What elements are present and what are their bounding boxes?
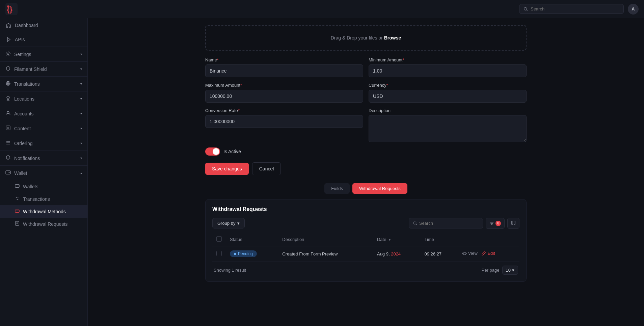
sidebar-header-settings[interactable]: Settings ▾ — [0, 47, 87, 61]
tab-withdrawal-requests[interactable]: Withdrawal Requests — [352, 183, 407, 194]
view-icon — [462, 251, 467, 256]
row-time-cell: 09:26:27 — [420, 246, 458, 262]
row-actions-cell: View Edit — [458, 246, 519, 262]
global-search-bar[interactable] — [519, 4, 624, 14]
withdrawal-requests-icon — [15, 221, 20, 227]
max-amount-input[interactable] — [205, 90, 363, 103]
select-all-checkbox[interactable] — [216, 236, 222, 242]
svg-rect-27 — [514, 221, 515, 225]
group-by-button[interactable]: Group by ▾ — [212, 218, 245, 228]
sidebar-label-notifications: Notifications — [14, 156, 40, 161]
field-currency: Currency* — [369, 83, 527, 103]
global-search-input[interactable] — [531, 6, 619, 11]
description-textarea[interactable] — [369, 115, 527, 142]
wr-table-header-row: Status Description Date ▾ Time — [212, 233, 519, 246]
columns-icon — [511, 220, 516, 225]
is-active-row: Is Active — [205, 147, 527, 156]
withdrawal-methods-label: Withdrawal Methods — [23, 209, 66, 214]
row-checkbox[interactable] — [216, 251, 222, 256]
sidebar-item-dashboard[interactable]: Dashboard — [0, 18, 87, 32]
wr-toolbar: Group by ▾ — [212, 218, 519, 229]
tab-fields[interactable]: Fields — [324, 183, 350, 194]
sidebar-section-notifications: Notifications ▾ — [0, 151, 87, 165]
is-active-label: Is Active — [223, 149, 241, 154]
avatar-button[interactable]: A — [628, 4, 639, 15]
edit-icon — [481, 251, 486, 256]
sidebar-item-transactions[interactable]: Transactions — [0, 193, 87, 205]
form-row-1: Name* Minimum Amount* — [205, 57, 527, 77]
sidebar-section-accounts: Accounts ▾ — [0, 106, 87, 121]
drop-zone[interactable]: Drag & Drop your files or Browse — [205, 25, 527, 51]
col-actions — [458, 233, 519, 246]
svg-line-25 — [416, 224, 417, 225]
locations-chevron: ▾ — [80, 97, 82, 101]
browse-link[interactable]: Browse — [384, 35, 401, 40]
sidebar: Dashboard APIs Settings ▾ — [0, 18, 88, 326]
sidebar-header-accounts[interactable]: Accounts ▾ — [0, 106, 87, 121]
svg-rect-26 — [512, 221, 513, 225]
content-icon — [5, 125, 11, 132]
drop-zone-text: Drag & Drop your files or — [331, 35, 384, 40]
field-name: Name* — [205, 57, 363, 77]
table-row: Pending Created From Form Preview Aug 9,… — [212, 246, 519, 262]
withdrawal-requests-label: Withdrawal Requests — [23, 221, 68, 227]
svg-point-24 — [413, 222, 416, 224]
sidebar-label-translations: Translations — [14, 81, 40, 87]
wr-table: Status Description Date ▾ Time — [212, 233, 519, 262]
logo-icon: {} — [5, 3, 18, 15]
svg-point-2 — [7, 5, 9, 7]
date-sort-icon[interactable]: ▾ — [389, 238, 391, 242]
is-active-toggle[interactable] — [205, 147, 220, 156]
currency-input[interactable] — [369, 90, 527, 103]
translations-icon — [5, 81, 11, 87]
columns-button[interactable] — [507, 218, 519, 229]
sidebar-label-accounts: Accounts — [14, 111, 34, 116]
name-input[interactable] — [205, 64, 363, 77]
form-row-3: Conversion Rate* Description — [205, 108, 527, 142]
sidebar-item-wallets[interactable]: Wallets — [0, 180, 87, 193]
filter-button[interactable]: 0 — [486, 218, 505, 229]
view-button[interactable]: View — [462, 251, 478, 256]
min-amount-input[interactable] — [369, 64, 527, 77]
wr-footer: Showing 1 result Per page 10 ▾ — [212, 262, 519, 275]
group-by-chevron: ▾ — [237, 221, 240, 226]
svg-marker-5 — [7, 37, 10, 42]
sidebar-header-notifications[interactable]: Notifications ▾ — [0, 151, 87, 165]
sidebar-header-content[interactable]: Content ▾ — [0, 121, 87, 136]
wr-search-bar[interactable] — [409, 218, 483, 228]
conversion-rate-input[interactable] — [205, 115, 363, 128]
sidebar-item-withdrawal-requests[interactable]: Withdrawal Requests — [0, 218, 87, 230]
cancel-button[interactable]: Cancel — [252, 162, 281, 175]
tabs-row: Fields Withdrawal Requests — [205, 183, 527, 194]
sidebar-label-wallet: Wallet — [14, 170, 27, 176]
sidebar-header-locations[interactable]: Locations ▾ — [0, 91, 87, 106]
app-body: Dashboard APIs Settings ▾ — [0, 18, 644, 326]
field-conversion-rate: Conversion Rate* — [205, 108, 363, 142]
logo: {} — [5, 3, 18, 15]
svg-rect-17 — [15, 185, 19, 188]
col-checkbox — [212, 233, 226, 246]
sidebar-item-apis[interactable]: APIs — [0, 32, 87, 47]
edit-button[interactable]: Edit — [481, 251, 495, 256]
showing-results: Showing 1 result — [214, 268, 246, 273]
sidebar-header-ordering[interactable]: Ordering ▾ — [0, 136, 87, 151]
main-content: Drag & Drop your files or Browse Name* M… — [88, 18, 644, 326]
sidebar-header-translations[interactable]: Translations ▾ — [0, 77, 87, 91]
save-changes-button[interactable]: Save changes — [205, 163, 249, 175]
field-max-amount: Maximum Amount* — [205, 83, 363, 103]
sidebar-label-locations: Locations — [14, 96, 34, 102]
col-date: Date ▾ — [373, 233, 421, 246]
wr-search-input[interactable] — [419, 221, 479, 226]
toggle-thumb — [213, 148, 219, 155]
search-icon — [524, 7, 528, 11]
sidebar-label-settings: Settings — [14, 52, 31, 57]
row-date-cell: Aug 9, 2024 — [373, 246, 421, 262]
sidebar-item-withdrawal-methods[interactable]: Withdrawal Methods — [0, 205, 87, 218]
per-page-button[interactable]: 10 ▾ — [502, 266, 518, 275]
wallets-label: Wallets — [23, 184, 38, 189]
sidebar-header-filament-shield[interactable]: Filament Shield ▾ — [0, 62, 87, 76]
filament-shield-chevron: ▾ — [80, 67, 82, 71]
svg-point-18 — [18, 186, 19, 187]
notifications-chevron: ▾ — [80, 156, 82, 160]
sidebar-header-wallet[interactable]: Wallet ▴ — [0, 166, 87, 180]
